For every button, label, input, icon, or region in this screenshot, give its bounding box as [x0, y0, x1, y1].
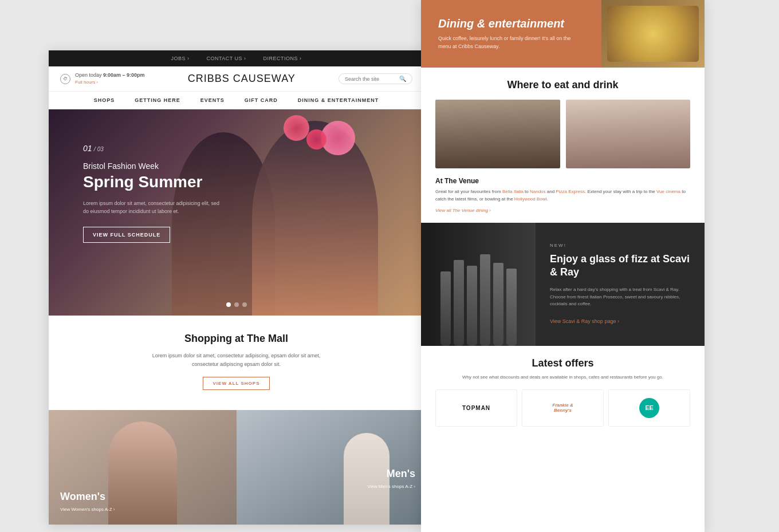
- logo-name: CAUSEWAY: [233, 73, 296, 84]
- venue-image-2: [566, 100, 691, 168]
- fizz-glasses-image: [421, 223, 536, 346]
- dot-2[interactable]: [234, 302, 239, 307]
- hollywood-bowl-link[interactable]: Hollywood Bowl: [514, 196, 546, 202]
- search-icon: 🔍: [399, 76, 406, 82]
- frankies-card[interactable]: Frankie &Benny's: [522, 389, 604, 427]
- men-label: Men's View Men's shops A-Z ›: [367, 468, 415, 490]
- vue-cinema-link[interactable]: Vue cinema: [656, 189, 680, 194]
- men-tile[interactable]: Men's View Men's shops A-Z ›: [237, 410, 424, 525]
- shopping-section: Shopping at The Mall Lorem ipsum dolor s…: [49, 316, 424, 401]
- search-input[interactable]: [345, 76, 396, 82]
- venue-description: Great for all your favourites from Bella…: [435, 188, 690, 203]
- topman-logo: TOPMAN: [462, 405, 490, 411]
- slide-dots: [226, 302, 247, 307]
- slide-current: 01: [83, 144, 92, 153]
- women-figure: [108, 421, 177, 525]
- dining-hero-content: Dining & entertainment Quick coffee, lei…: [421, 6, 601, 62]
- category-tiles: Women's View Women's shops A-Z › Men's V…: [49, 410, 424, 525]
- view-venue-dining-link[interactable]: View all The Venue dining ›: [435, 208, 491, 213]
- glass-5: [493, 263, 503, 346]
- venue-images: [435, 100, 690, 168]
- venue-image-1: [435, 100, 560, 168]
- nav-getting-here[interactable]: GETTING HERE: [135, 97, 180, 103]
- men-title: Men's: [367, 468, 415, 480]
- search-box[interactable]: 🔍: [339, 73, 412, 84]
- dining-hero-image: [601, 0, 705, 68]
- fizz-shop-link[interactable]: View Scavi & Ray shop page ›: [550, 318, 619, 324]
- latest-offers-title: Latest offers: [435, 357, 690, 369]
- main-website-panel: JOBS CONTACT US DIRECTIONS ⏱ Open today …: [49, 50, 424, 525]
- women-label: Women's View Women's shops A-Z ›: [60, 491, 115, 513]
- nandos-link[interactable]: Nandos: [530, 189, 546, 194]
- hero-content: 01 / 03 Bristol Fashion Week Spring Summ…: [83, 144, 226, 243]
- fizz-description: Relax after a hard day's shopping with a…: [550, 286, 690, 308]
- hero-figure-1: [252, 121, 378, 316]
- nav-events[interactable]: EVENTS: [200, 97, 225, 103]
- open-today-label: Open today: [75, 72, 102, 78]
- topman-card[interactable]: TOPMAN: [435, 389, 517, 427]
- pizza-express-link[interactable]: Pizza Express: [556, 189, 585, 194]
- fizz-title: Enjoy a glass of fizz at Scavi & Ray: [550, 253, 690, 279]
- venue-text: At The Venue Great for all your favourit…: [435, 177, 690, 214]
- opening-hours: ⏱ Open today 9:00am – 9:00pm Full hours …: [60, 72, 145, 85]
- latest-offers-description: Why not see what discounts and deals are…: [435, 374, 690, 381]
- where-eat-title: Where to eat and drink: [435, 79, 690, 91]
- new-badge: NEW!: [550, 243, 690, 248]
- women-title: Women's: [60, 491, 115, 503]
- contact-link[interactable]: CONTACT US: [206, 56, 246, 61]
- logo-brand: CRIBBS: [188, 73, 230, 84]
- shopping-title: Shopping at The Mall: [60, 333, 412, 345]
- women-link[interactable]: View Women's shops A-Z ›: [60, 507, 115, 512]
- shopping-description: Lorem ipsum dolor sit amet, consectetur …: [145, 352, 328, 368]
- slide-counter: 01 / 03: [83, 144, 226, 153]
- glass-6: [506, 269, 517, 346]
- full-hours-link[interactable]: Full hours ›: [75, 80, 98, 85]
- men-link[interactable]: View Men's shops A-Z ›: [367, 484, 415, 489]
- hours-info: Open today 9:00am – 9:00pm Full hours ›: [75, 72, 145, 85]
- clock-icon: ⏱: [60, 74, 70, 84]
- dining-hero-title: Dining & entertainment: [438, 17, 584, 30]
- offer-cards: TOPMAN Frankie &Benny's EE: [435, 389, 690, 427]
- hours-value: 9:00am – 9:00pm: [103, 72, 145, 78]
- where-to-eat-section: Where to eat and drink At The Venue Grea…: [421, 68, 705, 223]
- glass-1: [440, 271, 451, 346]
- dining-hero-banner: Dining & entertainment Quick coffee, lei…: [421, 0, 705, 68]
- people-dining-visual: [435, 100, 560, 168]
- top-bar: JOBS CONTACT US DIRECTIONS: [49, 50, 424, 66]
- hero-banner: 01 / 03 Bristol Fashion Week Spring Summ…: [49, 109, 424, 316]
- glass-4: [480, 254, 490, 346]
- nav-gift-card[interactable]: GIFT CARD: [245, 97, 278, 103]
- glass-2: [454, 260, 464, 346]
- right-margin: [705, 0, 779, 532]
- site-header: ⏱ Open today 9:00am – 9:00pm Full hours …: [49, 66, 424, 92]
- fizz-content: NEW! Enjoy a glass of fizz at Scavi & Ra…: [536, 231, 705, 337]
- view-all-shops-button[interactable]: VIEW ALL SHOPS: [203, 377, 269, 390]
- dining-panel: Dining & entertainment Quick coffee, lei…: [421, 0, 705, 532]
- food-visual: [607, 6, 699, 62]
- hero-title: Spring Summer: [83, 174, 226, 191]
- bella-italia-link[interactable]: Bella Italia: [502, 189, 524, 194]
- dot-1[interactable]: [226, 302, 231, 307]
- latest-offers-section: Latest offers Why not see what discounts…: [421, 346, 705, 435]
- people-clinking-visual: [566, 100, 691, 168]
- main-nav: SHOPS GETTING HERE EVENTS GIFT CARD DINI…: [49, 92, 424, 109]
- glass-3: [467, 266, 477, 346]
- dining-hero-description: Quick coffee, leisurely lunch or family …: [438, 35, 584, 50]
- nav-dining[interactable]: DINING & ENTERTAINMENT: [298, 97, 379, 103]
- directions-link[interactable]: DIRECTIONS: [263, 56, 302, 61]
- jobs-link[interactable]: JOBS: [171, 56, 189, 61]
- fizz-section: NEW! Enjoy a glass of fizz at Scavi & Ra…: [421, 223, 705, 346]
- venue-name: At The Venue: [435, 177, 690, 185]
- left-margin: [0, 0, 49, 532]
- hero-subtitle: Bristol Fashion Week: [83, 161, 226, 171]
- frankies-logo: Frankie &Benny's: [552, 403, 573, 413]
- dot-3[interactable]: [242, 302, 247, 307]
- ee-logo: EE: [639, 398, 659, 418]
- women-tile[interactable]: Women's View Women's shops A-Z ›: [49, 410, 237, 525]
- hero-description: Lorem ipsum dolor sit amet, consectetur …: [83, 200, 226, 215]
- ee-card[interactable]: EE: [608, 389, 690, 427]
- site-logo: CRIBBS CAUSEWAY: [188, 73, 296, 85]
- nav-shops[interactable]: SHOPS: [94, 97, 115, 103]
- slide-total: 03: [97, 146, 104, 152]
- hero-cta-button[interactable]: VIEW FULL SCHEDULE: [83, 227, 170, 243]
